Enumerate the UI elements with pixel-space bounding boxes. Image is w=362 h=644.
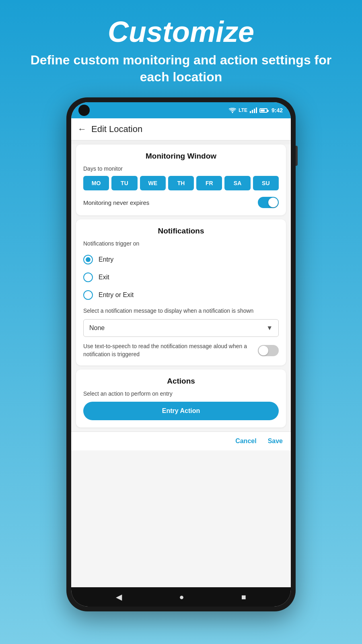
notification-message-dropdown[interactable]: None ▼	[83, 319, 279, 337]
actions-title: Actions	[83, 377, 279, 386]
radio-entry-label: Entry	[99, 256, 113, 263]
app-screen: Monitoring Window Days to monitor MO TU …	[71, 144, 291, 587]
dropdown-value: None	[89, 324, 105, 332]
notifications-title: Notifications	[83, 227, 279, 235]
battery-icon	[259, 108, 267, 113]
cancel-button[interactable]: Cancel	[235, 438, 256, 445]
phone-frame: LTE 9:42 ← Edit Location	[66, 97, 296, 611]
never-expires-toggle[interactable]	[258, 197, 279, 208]
day-fr[interactable]: FR	[196, 176, 222, 190]
tts-desc: Use text-to-speech to read the notificat…	[83, 343, 251, 358]
day-su[interactable]: SU	[253, 176, 279, 190]
actions-desc: Select an action to perform on entry	[83, 390, 279, 397]
wifi-icon	[229, 108, 236, 113]
day-th[interactable]: TH	[168, 176, 194, 190]
svg-point-0	[232, 112, 233, 113]
back-button[interactable]: ←	[78, 124, 86, 134]
radio-entry[interactable]: Entry	[83, 251, 279, 268]
days-label: Days to monitor	[83, 165, 279, 172]
nav-home-icon[interactable]: ●	[179, 592, 184, 602]
day-mo[interactable]: MO	[83, 176, 109, 190]
status-icons: LTE 9:42	[229, 107, 283, 114]
radio-entry-circle	[83, 255, 93, 264]
monitoring-title: Monitoring Window	[83, 152, 279, 161]
radio-entry-exit-circle	[83, 290, 93, 300]
phone-screen: LTE 9:42 ← Edit Location	[71, 102, 291, 607]
never-expires-label: Monitoring never expires	[83, 199, 149, 206]
camera	[78, 105, 90, 116]
day-tu[interactable]: TU	[111, 176, 137, 190]
nav-recents-icon[interactable]: ■	[241, 592, 246, 602]
day-sa[interactable]: SA	[224, 176, 250, 190]
tts-toggle[interactable]	[258, 345, 279, 356]
day-we[interactable]: WE	[140, 176, 166, 190]
lte-label: LTE	[239, 107, 247, 113]
save-button[interactable]: Save	[268, 438, 283, 445]
status-time: 9:42	[272, 107, 283, 114]
notification-message-desc: Select a notification message to display…	[83, 307, 279, 315]
radio-exit-circle	[83, 272, 93, 282]
radio-exit-label: Exit	[99, 274, 109, 281]
never-expires-row: Monitoring never expires	[83, 197, 279, 208]
app-title: Edit Location	[91, 124, 142, 134]
radio-entry-exit-label: Entry or Exit	[99, 291, 134, 299]
page-header: Customize Define custom monitoring and a…	[0, 0, 362, 93]
trigger-label: Notifications trigger on	[83, 240, 279, 247]
tts-row: Use text-to-speech to read the notificat…	[83, 343, 279, 358]
notifications-card: Notifications Notifications trigger on E…	[76, 219, 286, 365]
monitoring-window-card: Monitoring Window Days to monitor MO TU …	[76, 144, 286, 215]
footer-bar: Cancel Save	[71, 431, 291, 450]
page-subheadline: Define custom monitoring and action sett…	[24, 52, 338, 85]
app-header: ← Edit Location	[71, 118, 291, 140]
radio-entry-exit[interactable]: Entry or Exit	[83, 286, 279, 304]
days-row: MO TU WE TH FR SA SU	[83, 176, 279, 190]
nav-back-icon[interactable]: ◀	[116, 592, 122, 602]
entry-action-button[interactable]: Entry Action	[83, 402, 279, 420]
radio-exit[interactable]: Exit	[83, 268, 279, 286]
dropdown-arrow-icon: ▼	[266, 324, 273, 332]
status-bar: LTE 9:42	[71, 102, 291, 118]
signal-icon	[250, 107, 257, 113]
actions-card: Actions Select an action to perform on e…	[76, 369, 286, 427]
nav-bar: ◀ ● ■	[71, 587, 291, 607]
page-headline: Customize	[24, 16, 338, 48]
